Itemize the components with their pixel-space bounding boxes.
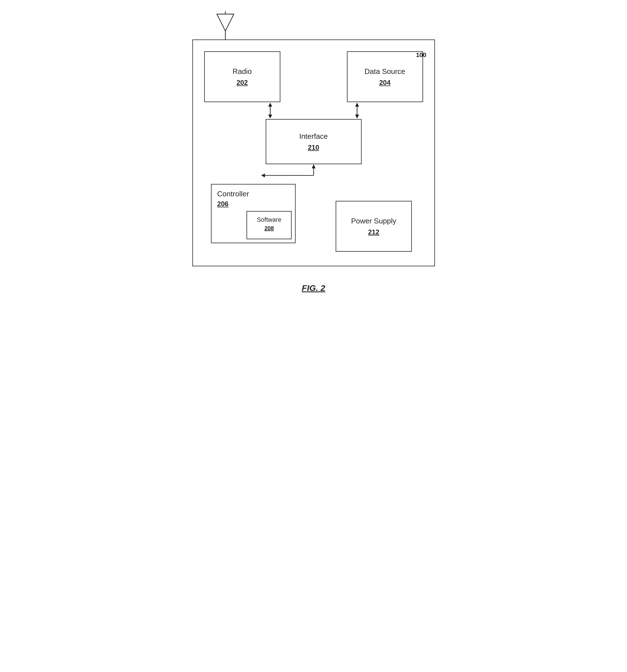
powersupply-label: Power Supply [351, 217, 396, 225]
right-bottom: Power Supply 212 [324, 184, 423, 251]
software-box: Software 208 [246, 211, 292, 239]
controller-ref: 206 [217, 200, 228, 208]
diagram-wrapper: 100 Radio 202 Data Source 204 [192, 11, 435, 293]
left-bottom: Controller 206 Software 208 [204, 184, 303, 243]
outer-box: 100 Radio 202 Data Source 204 [192, 40, 435, 266]
inner-layout: Radio 202 Data Source 204 [204, 51, 423, 251]
outer-ref: 100 [416, 51, 427, 59]
antenna-area [192, 11, 435, 40]
svg-marker-12 [312, 165, 316, 168]
interface-label: Interface [299, 132, 328, 141]
radio-interface-arrow [266, 102, 274, 119]
interface-ref: 210 [308, 144, 319, 151]
datasource-ref: 204 [379, 79, 390, 87]
svg-marker-5 [268, 115, 272, 119]
radio-ref: 202 [236, 79, 248, 87]
controller-box: Controller 206 Software 208 [211, 184, 296, 243]
antenna-icon [216, 11, 235, 40]
top-row: Radio 202 Data Source 204 [204, 51, 423, 102]
interface-row: Interface 210 [204, 119, 423, 164]
interface-controller-arrow-area [204, 164, 423, 184]
svg-marker-8 [355, 115, 359, 119]
controller-label: Controller [217, 190, 249, 198]
radio-box: Radio 202 [204, 51, 280, 102]
software-ref: 208 [264, 225, 273, 232]
powersupply-ref: 212 [368, 228, 379, 236]
datasource-label: Data Source [364, 67, 405, 76]
software-label: Software [257, 216, 282, 223]
svg-marker-11 [261, 173, 265, 177]
svg-marker-1 [217, 14, 234, 31]
svg-marker-6 [355, 103, 359, 106]
bottom-section: Controller 206 Software 208 Power Supply… [204, 184, 423, 251]
interface-box: Interface 210 [266, 119, 362, 164]
figure-caption: FIG. 2 [302, 283, 325, 293]
datasource-interface-arrow [353, 102, 361, 119]
interface-controller-arrow [204, 164, 423, 184]
arrows-row [204, 102, 423, 119]
datasource-box: Data Source 204 [347, 51, 423, 102]
powersupply-box: Power Supply 212 [336, 201, 412, 251]
svg-marker-3 [268, 103, 272, 106]
radio-label: Radio [233, 67, 252, 76]
